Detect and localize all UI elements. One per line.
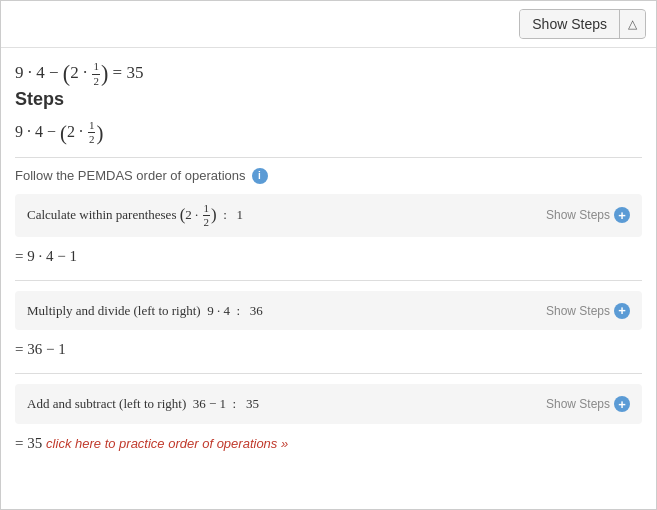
main-content: 9 · 4 − (2 · 12) = 35 Steps 9 · 4 − (2 ·…: [1, 48, 656, 471]
info-icon[interactable]: i: [252, 168, 268, 184]
step-1-show-steps-label: Show Steps: [546, 208, 610, 222]
top-bar: Show Steps △: [1, 1, 656, 48]
step-2-show-steps-label: Show Steps: [546, 304, 610, 318]
chevron-down-icon: △: [620, 11, 645, 37]
pemdas-note: Follow the PEMDAS order of operations i: [15, 168, 642, 184]
show-steps-label: Show Steps: [520, 10, 620, 38]
main-equation: 9 · 4 − (2 · 12) = 35: [15, 63, 143, 82]
step-2-show-steps[interactable]: Show Steps +: [546, 303, 630, 319]
step-1-block: Calculate within parentheses (2 · 12) : …: [15, 194, 642, 237]
step-1-result: = 9 · 4 − 1: [15, 248, 77, 264]
step-3-block: Add and subtract (left to right) 36 − 1 …: [15, 384, 642, 423]
step-3-show-steps-label: Show Steps: [546, 397, 610, 411]
step-3-text: Add and subtract (left to right) 36 − 1 …: [27, 392, 259, 415]
divider-1: [15, 157, 642, 158]
step-3-show-steps[interactable]: Show Steps +: [546, 396, 630, 412]
step-1-show-steps[interactable]: Show Steps +: [546, 207, 630, 223]
step-3-result: = 35: [15, 435, 42, 451]
step-1-plus-icon: +: [614, 207, 630, 223]
show-steps-button[interactable]: Show Steps △: [519, 9, 646, 39]
pemdas-text: Follow the PEMDAS order of operations: [15, 168, 246, 183]
step-2-result: = 36 − 1: [15, 341, 66, 357]
step-2-block: Multiply and divide (left to right) 9 · …: [15, 291, 642, 330]
step-3-plus-icon: +: [614, 396, 630, 412]
divider-3: [15, 373, 642, 374]
divider-2: [15, 280, 642, 281]
step-2-text: Multiply and divide (left to right) 9 · …: [27, 299, 263, 322]
practice-link[interactable]: click here to practice order of operatio…: [46, 436, 288, 451]
steps-heading: Steps: [15, 89, 642, 110]
step-2-plus-icon: +: [614, 303, 630, 319]
step-1-text: Calculate within parentheses (2 · 12) : …: [27, 202, 243, 229]
equation-repeat: 9 · 4 − (2 · 12): [15, 123, 103, 140]
